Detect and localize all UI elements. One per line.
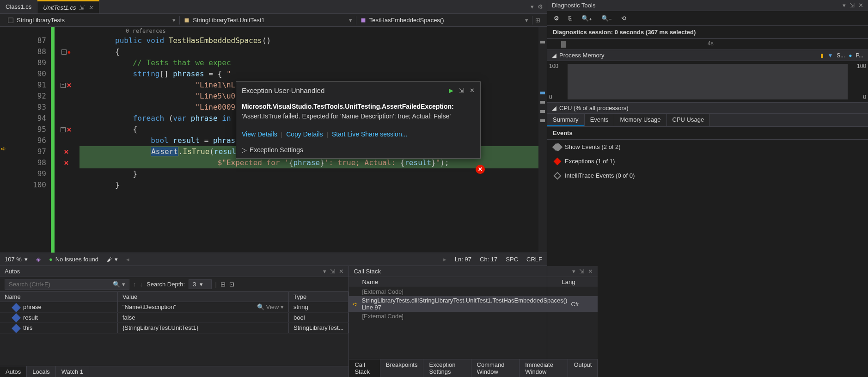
nav-down-icon[interactable]: ↓ bbox=[140, 281, 143, 288]
zoom-level[interactable]: 107 % ▾ bbox=[5, 256, 28, 263]
pin-icon[interactable]: ⇲ bbox=[850, 2, 855, 9]
pin-icon[interactable]: ⇲ bbox=[459, 87, 464, 94]
footer-tab[interactable]: Command Window bbox=[471, 359, 520, 377]
tab-class1[interactable]: Class1.cs bbox=[0, 0, 37, 13]
split-icon[interactable]: ⊞ bbox=[532, 17, 543, 24]
indent-mode[interactable]: SPC bbox=[506, 256, 518, 263]
error-badge-icon: ✕ bbox=[476, 165, 485, 174]
copy-details-link[interactable]: Copy Details bbox=[286, 130, 323, 138]
diag-tab[interactable]: CPU Usage bbox=[667, 114, 710, 126]
search-icon[interactable]: 🔍 ▾ bbox=[113, 281, 125, 288]
diag-tab[interactable]: Summary bbox=[547, 114, 585, 126]
footer-tab[interactable]: Call Stack bbox=[349, 359, 380, 377]
line-ending[interactable]: CRLF bbox=[526, 256, 542, 263]
cursor-line: Ln: 97 bbox=[455, 256, 471, 263]
close-icon[interactable]: ✕ bbox=[858, 2, 863, 9]
close-icon[interactable]: ✕ bbox=[88, 4, 93, 11]
variable-row[interactable]: phrase"Name\tDescription" 🔍 View ▾string bbox=[0, 302, 348, 313]
chevron-right-icon: ▷ bbox=[242, 146, 247, 154]
change-indicator bbox=[51, 27, 55, 253]
svg-rect-0 bbox=[8, 18, 13, 23]
tab-unittest1[interactable]: UnitTest1.cs ⇲ ✕ bbox=[37, 0, 99, 13]
glyph-margin: ●✕✕✕✕ bbox=[55, 27, 78, 253]
cursor-col: Ch: 17 bbox=[480, 256, 497, 263]
gear-icon[interactable]: ⚙ bbox=[554, 15, 559, 22]
brush-icon[interactable]: 🖌 ▾ bbox=[107, 256, 118, 263]
code-editor[interactable]: ➪ 87888990919293949596979899100 ●✕✕✕✕ 0 … bbox=[0, 27, 547, 253]
tab-label: Class1.cs bbox=[6, 3, 31, 10]
exception-settings-expander[interactable]: ▷ Exception Settings bbox=[236, 142, 480, 158]
class-icon bbox=[183, 17, 190, 24]
zoom-out-icon[interactable]: 🔍₋ bbox=[601, 15, 612, 22]
nav-up-icon[interactable]: ↑ bbox=[133, 281, 136, 288]
diag-session-label: Diagnostics session: 0 seconds (367 ms s… bbox=[547, 26, 868, 39]
breadcrumb-label: StringLibraryTest.UnitTest1 bbox=[193, 17, 264, 24]
dropdown-icon[interactable]: ▾ bbox=[323, 268, 326, 275]
col-name[interactable]: Name bbox=[362, 278, 562, 285]
view-details-link[interactable]: View Details bbox=[242, 130, 277, 138]
variable-row[interactable]: resultfalsebool bbox=[0, 313, 348, 323]
diag-tabs: SummaryEventsMemory UsageCPU Usage bbox=[547, 114, 868, 127]
footer-tab[interactable]: Autos bbox=[0, 366, 27, 377]
chevron-down-icon: ▾ bbox=[525, 17, 528, 24]
col-value[interactable]: Value bbox=[118, 292, 289, 302]
pin-icon[interactable]: ⇲ bbox=[79, 4, 84, 11]
autos-search[interactable]: 🔍 ▾ bbox=[5, 279, 129, 290]
gear-icon[interactable]: ⚙ bbox=[538, 3, 543, 10]
scroll-left-icon[interactable]: ◂ bbox=[126, 256, 129, 263]
tool-icon[interactable]: ⊞ bbox=[220, 281, 226, 288]
search-depth-label: Search Depth: bbox=[147, 281, 185, 288]
event-show-events[interactable]: Show Events (2 of 2) bbox=[547, 140, 868, 154]
namespace-icon bbox=[7, 17, 14, 24]
reset-icon[interactable]: ⟲ bbox=[621, 15, 626, 22]
close-icon[interactable]: ✕ bbox=[470, 87, 475, 94]
exception-icon bbox=[554, 157, 562, 165]
breadcrumb-namespace[interactable]: StringLibraryTests ▾ bbox=[4, 16, 180, 25]
tab-label: UnitTest1.cs bbox=[43, 4, 76, 11]
footer-tab[interactable]: Locals bbox=[27, 366, 56, 377]
scroll-right-icon[interactable]: ▸ bbox=[443, 256, 446, 263]
footer-tab[interactable]: Watch 1 bbox=[56, 366, 89, 377]
event-exceptions[interactable]: Exceptions (1 of 1) bbox=[547, 154, 868, 168]
exception-title: Exception User-Unhandled bbox=[242, 87, 324, 94]
variable-row[interactable]: this{StringLibraryTest.UnitTest1}StringL… bbox=[0, 323, 348, 334]
col-name[interactable]: Name bbox=[0, 292, 118, 302]
breadcrumb-label: TestHasEmbeddedSpaces() bbox=[369, 17, 444, 24]
dropdown-icon[interactable]: ▾ bbox=[843, 2, 846, 9]
search-input[interactable] bbox=[9, 281, 113, 288]
diag-tab[interactable]: Events bbox=[585, 114, 615, 126]
dropdown-icon[interactable]: ▾ bbox=[531, 3, 534, 10]
event-intellitrace[interactable]: IntelliTrace Events (0 of 0) bbox=[547, 168, 868, 183]
live-share-link[interactable]: Start Live Share session... bbox=[332, 130, 407, 138]
panel-title: Diagnostic Tools bbox=[552, 2, 595, 9]
export-icon[interactable]: ⎘ bbox=[568, 15, 572, 22]
diag-timeline[interactable]: 4s bbox=[547, 39, 868, 50]
breadcrumb: StringLibraryTests ▾ StringLibraryTest.U… bbox=[0, 14, 547, 27]
close-icon[interactable]: ✕ bbox=[339, 268, 344, 275]
issues-status[interactable]: ● No issues found bbox=[49, 256, 98, 263]
events-header: Events bbox=[547, 127, 868, 140]
chevron-down-icon: ▾ bbox=[172, 17, 176, 24]
search-depth-select[interactable]: 3 ▾ bbox=[189, 279, 211, 289]
memory-graph[interactable]: 1000 1000 bbox=[547, 61, 868, 103]
editor-status-bar: 107 % ▾ ◈ ● No issues found 🖌 ▾ ◂ ▸ Ln: … bbox=[0, 253, 547, 266]
footer-tab[interactable]: Breakpoints bbox=[380, 359, 424, 377]
cpu-header[interactable]: ◢ CPU (% of all processors) bbox=[547, 103, 868, 114]
vertical-scrollbar[interactable] bbox=[538, 27, 547, 253]
process-memory-header[interactable]: ◢ Process Memory ▮▼S... ●P... bbox=[547, 50, 868, 61]
col-type[interactable]: Type bbox=[289, 292, 348, 302]
health-indicator[interactable]: ◈ bbox=[36, 256, 41, 263]
footer-tab[interactable]: Exception Settings bbox=[423, 359, 471, 377]
continue-icon[interactable]: ▶ bbox=[449, 87, 453, 94]
pin-icon[interactable]: ⇲ bbox=[330, 268, 335, 275]
diag-tab[interactable]: Memory Usage bbox=[614, 114, 666, 126]
breadcrumb-method[interactable]: TestHasEmbeddedSpaces() ▾ bbox=[356, 16, 532, 25]
events-icon bbox=[554, 143, 562, 151]
zoom-in-icon[interactable]: 🔍₊ bbox=[581, 15, 592, 22]
breadcrumb-class[interactable]: StringLibraryTest.UnitTest1 ▾ bbox=[180, 16, 356, 25]
autos-grid[interactable]: Name Value Type phrase"Name\tDescription… bbox=[0, 292, 348, 366]
chevron-down-icon: ▾ bbox=[349, 17, 352, 24]
svg-rect-2 bbox=[361, 18, 365, 22]
chevron-down-icon: ◢ bbox=[552, 105, 556, 111]
tool-icon[interactable]: ⊡ bbox=[229, 281, 234, 288]
